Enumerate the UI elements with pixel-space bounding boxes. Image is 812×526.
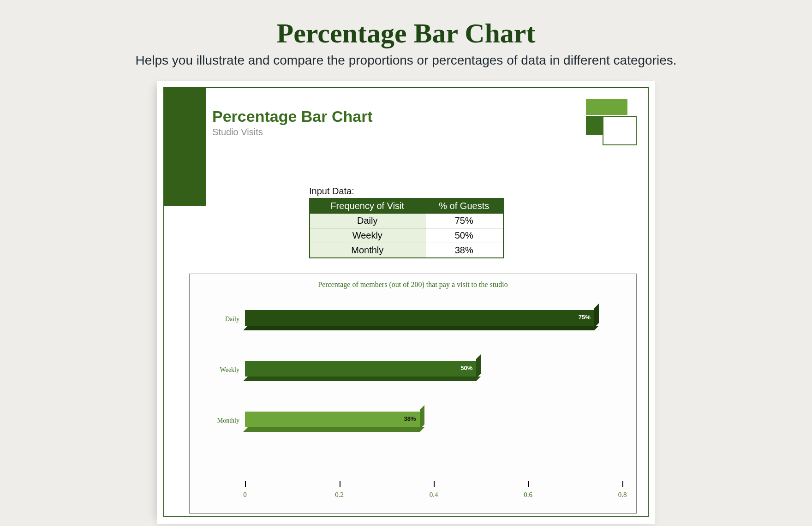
chart-bar-value-label: 75% — [579, 314, 591, 321]
input-data-label: Input Data: — [309, 186, 354, 197]
table-header-percent: % of Guests — [425, 198, 503, 214]
chart-axis-tick — [245, 481, 246, 487]
page-title: Percentage Bar Chart — [0, 0, 812, 49]
table-cell-percent: 75% — [425, 214, 503, 228]
chart-axis-tick-label: 0.4 — [430, 491, 438, 499]
chart-x-axis: 00.20.40.60.8 — [245, 481, 622, 502]
chart-container: Percentage of members (out of 200) that … — [189, 274, 637, 514]
chart-axis-tick-label: 0.8 — [618, 491, 627, 499]
chart-axis-tick — [622, 481, 623, 487]
chart-bar: 50% — [245, 361, 481, 381]
input-data-table: Frequency of Visit % of Guests Daily 75%… — [309, 198, 504, 258]
chart-bar-value-label: 38% — [404, 415, 416, 422]
table-row: Daily 75% — [310, 214, 503, 228]
chart-axis-tick — [434, 481, 435, 487]
chart-category-label: Daily — [193, 316, 239, 323]
document-subtitle: Studio Visits — [212, 127, 263, 137]
chart-axis-tick — [340, 481, 340, 487]
chart-bar-row: Monthly38% — [245, 409, 622, 434]
table-cell-percent: 50% — [425, 228, 503, 243]
table-cell-frequency: Monthly — [310, 243, 425, 258]
table-cell-frequency: Daily — [310, 214, 425, 228]
chart-bar-row: Daily75% — [245, 307, 622, 332]
chart-bar-row: Weekly50% — [245, 358, 622, 383]
decorative-sidebar-block — [163, 87, 206, 206]
decorative-corner-graphic — [586, 99, 637, 145]
chart-axis-tick-label: 0.6 — [524, 491, 532, 499]
page-subtitle: Helps you illustrate and compare the pro… — [0, 53, 812, 68]
chart-category-label: Monthly — [193, 417, 239, 424]
chart-title: Percentage of members (out of 200) that … — [190, 281, 636, 289]
decorative-square-icon — [603, 116, 637, 145]
chart-axis-tick-label: 0 — [243, 491, 247, 499]
chart-plot-area: Daily75%Weekly50%Monthly38% — [245, 298, 622, 481]
chart-axis-tick — [528, 481, 529, 487]
chart-axis-tick-label: 0.2 — [335, 491, 344, 499]
document-preview: Percentage Bar Chart Studio Visits Input… — [157, 81, 655, 524]
table-row: Monthly 38% — [310, 243, 503, 258]
table-cell-percent: 38% — [425, 243, 503, 258]
chart-bar-value-label: 50% — [460, 365, 472, 371]
table-header-frequency: Frequency of Visit — [310, 198, 425, 214]
chart-category-label: Weekly — [193, 366, 239, 374]
chart-bar: 75% — [245, 310, 599, 330]
chart-bar: 38% — [245, 412, 424, 432]
table-cell-frequency: Weekly — [310, 228, 425, 243]
table-row: Weekly 50% — [310, 228, 503, 243]
document-title: Percentage Bar Chart — [212, 108, 373, 126]
